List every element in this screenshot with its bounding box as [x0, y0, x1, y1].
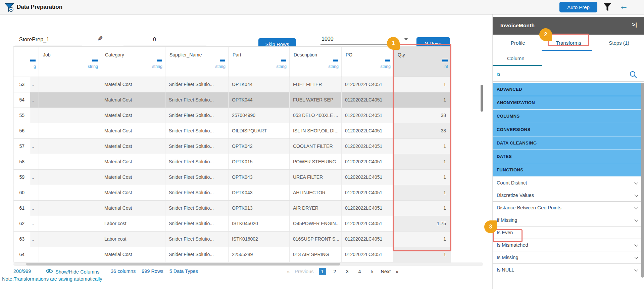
cell-job[interactable] [39, 247, 101, 262]
cell-mini[interactable] [30, 247, 39, 262]
search-input[interactable]: is [497, 71, 500, 77]
pagination-page-5[interactable]: 5 [368, 268, 376, 275]
cell-category[interactable]: Material Cost [101, 247, 165, 262]
category-dates[interactable]: DATES [493, 150, 644, 163]
cell-qty[interactable]: 1 [393, 247, 451, 262]
cell-num[interactable]: 55 [13, 108, 30, 123]
cell-po[interactable]: 01202022LC4051 [341, 216, 393, 231]
cell-supplier[interactable]: Snider Fleet Solutio... [165, 108, 228, 123]
cell-part[interactable]: OILDISPQUART [228, 123, 289, 138]
cell-description[interactable]: FUEL FILTER [289, 77, 341, 92]
cell-category[interactable]: Material Cost [101, 77, 165, 92]
transform-search[interactable]: is [493, 67, 644, 82]
cell-po[interactable]: 01202022LC4051 [341, 77, 393, 92]
category-functions[interactable]: FUNCTIONS [493, 163, 644, 177]
column-header-supplier[interactable]: Supplier_Namestring [165, 47, 228, 77]
column-menu-icon[interactable] [385, 59, 390, 59]
cell-supplier[interactable]: Snider Fleet Solutio... [165, 139, 228, 154]
pagination-page-4[interactable]: 4 [356, 268, 363, 275]
cell-category[interactable]: Material Cost [101, 201, 165, 216]
pagination-prev[interactable]: Previous [295, 269, 313, 274]
cell-part[interactable]: OPTK043 [228, 185, 289, 200]
cell-supplier[interactable]: Snider Fleet Solutio... [165, 170, 228, 185]
column-header-category[interactable]: Categorystring [101, 47, 165, 77]
cell-job[interactable] [39, 77, 101, 92]
category-data-cleansing[interactable]: DATA CLEANSING [493, 136, 644, 150]
function-discretize-values[interactable]: Discretize Values [493, 189, 644, 202]
cell-num[interactable]: 54 [13, 92, 30, 108]
column-menu-icon[interactable] [442, 59, 448, 59]
cell-description[interactable]: O45POWER ENGIN... [289, 216, 341, 231]
cell-description[interactable]: UREA FILTER [289, 170, 341, 185]
cell-category[interactable]: Labor cost [101, 216, 165, 231]
cell-part[interactable]: ISTK016002 [228, 232, 289, 247]
cell-po[interactable]: 01202022LC4051 [341, 185, 393, 200]
column-header-job[interactable]: Jobstring [39, 47, 101, 77]
cell-job[interactable] [39, 92, 101, 108]
cell-po[interactable]: 01202022LC4051 [341, 123, 393, 138]
cell-qty[interactable]: 1 [393, 154, 451, 169]
cell-description[interactable]: 016SUSP FRONT S... [289, 232, 341, 247]
function-distance-between-geo-points[interactable]: Distance Between Geo Points [493, 202, 644, 214]
cell-num[interactable]: 60 [13, 185, 30, 200]
cell-mini[interactable]: .. [30, 232, 39, 247]
cell-description[interactable]: ISL IN SHOP,OIL DI... [289, 123, 341, 138]
column-menu-icon[interactable] [92, 59, 98, 59]
column-header-part[interactable]: Partstring [228, 47, 289, 77]
column-header-qty[interactable]: Qtyint [393, 47, 451, 77]
cell-mini[interactable] [30, 154, 39, 169]
vertical-scrollbar-thumb[interactable] [481, 85, 483, 112]
function-if-missing[interactable]: If Missing [493, 214, 644, 226]
cell-category[interactable]: Material Cost [101, 154, 165, 169]
cell-supplier[interactable]: Snider Fleet Solutio... [165, 216, 228, 231]
cell-supplier[interactable]: Snider Fleet Solutio... [165, 185, 228, 200]
cell-num[interactable]: 57 [13, 139, 30, 154]
cell-qty[interactable]: 38 [393, 108, 451, 123]
horizontal-scrollbar[interactable] [13, 262, 483, 266]
cell-job[interactable] [39, 232, 101, 247]
cell-job[interactable] [39, 185, 101, 200]
pagination-page-2[interactable]: 2 [331, 268, 339, 275]
column-header-description[interactable]: Descriptionstring [289, 47, 341, 77]
cell-part[interactable]: OPTK042 [228, 139, 289, 154]
collapse-panel-icon[interactable]: >| [632, 22, 637, 28]
cell-description[interactable]: POWER STEERING ... [289, 154, 341, 169]
cell-po[interactable]: 01202022LC4051 [341, 139, 393, 154]
column-menu-icon[interactable] [157, 59, 162, 59]
tab-steps-1-[interactable]: Steps (1) [594, 35, 644, 51]
function-is-mismatched[interactable]: Is Mismatched [493, 239, 644, 251]
back-arrow-icon[interactable]: ← [620, 1, 628, 11]
cell-job[interactable] [39, 139, 101, 154]
cell-po[interactable]: 01202022LC4051 [341, 170, 393, 185]
cell-po[interactable]: 01202022LC4051 [341, 154, 393, 169]
function-is-missing[interactable]: Is Missing [493, 251, 644, 264]
cell-part[interactable]: 257004990 [228, 108, 289, 123]
cell-num[interactable]: 59 [13, 170, 30, 185]
cell-job[interactable] [39, 216, 101, 231]
cell-supplier[interactable]: Snider Fleet Solutio... [165, 201, 228, 216]
cell-description[interactable]: COOLANT FILTER [289, 139, 341, 154]
cell-category[interactable]: Material Cost [101, 170, 165, 185]
cell-category[interactable]: Material Cost [101, 139, 165, 154]
pagination-next-icon[interactable]: » [396, 269, 398, 274]
column-header-num[interactable] [13, 47, 30, 77]
cell-description[interactable]: AHI INJECTOR [289, 185, 341, 200]
cell-part[interactable]: OPTK043 [228, 170, 289, 185]
column-header-mini[interactable]: g [30, 47, 39, 77]
cell-num[interactable]: 53 [13, 77, 30, 92]
column-menu-icon[interactable] [220, 59, 225, 59]
function-is-even[interactable]: Is Even [493, 226, 644, 239]
cell-part[interactable]: 22565289 [228, 247, 289, 262]
cell-qty[interactable]: 1.75 [393, 216, 451, 231]
cell-supplier[interactable]: Snider Fleet Solutio... [165, 232, 228, 247]
cell-supplier[interactable]: Snider Fleet Solutio... [165, 247, 228, 262]
tab-profile[interactable]: Profile [493, 35, 543, 51]
category-advanced[interactable]: ADVANCED [493, 83, 644, 96]
column-menu-icon[interactable] [30, 59, 36, 59]
cell-mini[interactable]: .. [30, 139, 39, 154]
cell-category[interactable]: Material Cost [101, 185, 165, 200]
cell-description[interactable]: 053 DELO 400XLE ... [289, 108, 341, 123]
category-conversions[interactable]: CONVERSIONS [493, 123, 644, 136]
column-menu-icon[interactable] [333, 59, 338, 59]
cell-category[interactable]: Labor cost [101, 232, 165, 247]
